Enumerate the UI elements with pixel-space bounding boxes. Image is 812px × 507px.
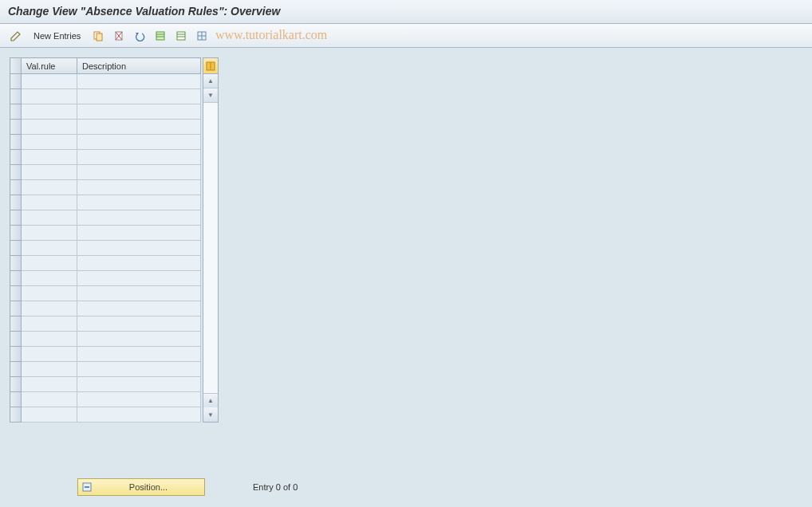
cell-description[interactable] <box>77 377 201 392</box>
cell-description[interactable] <box>77 226 201 241</box>
cell-valrule[interactable] <box>22 210 77 226</box>
scroll-up-icon[interactable]: ▲ <box>203 74 218 88</box>
cell-description[interactable] <box>77 165 201 180</box>
cell-valrule[interactable] <box>22 74 77 89</box>
cell-description[interactable] <box>77 74 201 89</box>
table-row <box>10 256 201 271</box>
cell-description[interactable] <box>77 286 201 301</box>
copy-icon[interactable] <box>90 28 106 44</box>
cell-description[interactable] <box>77 256 201 271</box>
scroll-up-end-icon[interactable]: ▲ <box>203 393 218 407</box>
table-row <box>10 74 201 89</box>
cell-description[interactable] <box>77 89 201 104</box>
cell-valrule[interactable] <box>22 271 77 286</box>
new-entries-button[interactable]: New Entries <box>29 29 85 42</box>
row-selector[interactable] <box>10 104 22 120</box>
cell-description[interactable] <box>77 120 201 135</box>
cell-valrule[interactable] <box>22 150 77 165</box>
select-all-icon[interactable] <box>152 28 168 44</box>
row-selector[interactable] <box>10 120 22 135</box>
cell-valrule[interactable] <box>22 226 77 241</box>
table-row <box>10 135 201 150</box>
cell-valrule[interactable] <box>22 165 77 180</box>
cell-description[interactable] <box>77 180 201 195</box>
row-selector[interactable] <box>10 256 22 271</box>
svg-rect-5 <box>156 32 164 40</box>
toolbar: New Entries www.tutorialkart.com <box>0 24 812 48</box>
cell-valrule[interactable] <box>22 286 77 301</box>
cell-valrule[interactable] <box>22 195 77 210</box>
row-selector[interactable] <box>10 332 22 347</box>
cell-valrule[interactable] <box>22 89 77 104</box>
column-header-description[interactable]: Description <box>77 58 201 74</box>
row-selector[interactable] <box>10 89 22 104</box>
row-selector[interactable] <box>10 286 22 301</box>
cell-valrule[interactable] <box>22 407 77 422</box>
cell-valrule[interactable] <box>22 301 77 316</box>
cell-description[interactable] <box>77 104 201 120</box>
cell-valrule[interactable] <box>22 256 77 271</box>
cell-description[interactable] <box>77 241 201 256</box>
cell-description[interactable] <box>77 210 201 226</box>
cell-valrule[interactable] <box>22 104 77 120</box>
scroll-track[interactable] <box>203 103 218 393</box>
cell-description[interactable] <box>77 195 201 210</box>
delete-icon[interactable] <box>111 28 127 44</box>
content-area: Val.rule Description ▲ ▼ ▲ ▼ <box>0 48 812 475</box>
table-row <box>10 301 201 316</box>
row-selector[interactable] <box>10 392 22 407</box>
row-selector[interactable] <box>10 241 22 256</box>
row-selector[interactable] <box>10 165 22 180</box>
cell-valrule[interactable] <box>22 120 77 135</box>
cell-description[interactable] <box>77 407 201 422</box>
row-selector[interactable] <box>10 180 22 195</box>
table-row <box>10 407 201 422</box>
cell-description[interactable] <box>77 316 201 332</box>
undo-icon[interactable] <box>132 28 148 44</box>
cell-description[interactable] <box>77 362 201 377</box>
cell-valrule[interactable] <box>22 180 77 195</box>
column-header-valrule[interactable]: Val.rule <box>22 58 77 74</box>
cell-valrule[interactable] <box>22 332 77 347</box>
cell-valrule[interactable] <box>22 362 77 377</box>
table-row <box>10 150 201 165</box>
position-button[interactable]: Position... <box>77 478 205 496</box>
row-selector[interactable] <box>10 135 22 150</box>
svg-rect-8 <box>177 32 185 40</box>
row-selector[interactable] <box>10 226 22 241</box>
row-selector[interactable] <box>10 195 22 210</box>
change-icon[interactable] <box>8 28 24 44</box>
cell-valrule[interactable] <box>22 347 77 362</box>
cell-valrule[interactable] <box>22 392 77 407</box>
cell-description[interactable] <box>77 135 201 150</box>
cell-valrule[interactable] <box>22 377 77 392</box>
row-selector[interactable] <box>10 271 22 286</box>
row-selector[interactable] <box>10 150 22 165</box>
row-selector-header[interactable] <box>10 58 22 74</box>
cell-description[interactable] <box>77 271 201 286</box>
cell-description[interactable] <box>77 332 201 347</box>
table-row <box>10 332 201 347</box>
row-selector[interactable] <box>10 210 22 226</box>
configure-columns-icon[interactable] <box>203 58 218 74</box>
row-selector[interactable] <box>10 74 22 89</box>
row-selector[interactable] <box>10 377 22 392</box>
row-selector[interactable] <box>10 316 22 332</box>
row-selector[interactable] <box>10 407 22 422</box>
row-selector[interactable] <box>10 301 22 316</box>
cell-valrule[interactable] <box>22 316 77 332</box>
table-row <box>10 89 201 104</box>
cell-valrule[interactable] <box>22 135 77 150</box>
scroll-down-end-icon[interactable]: ▼ <box>203 407 218 422</box>
cell-description[interactable] <box>77 347 201 362</box>
cell-description[interactable] <box>77 301 201 316</box>
scroll-down-icon[interactable]: ▼ <box>203 88 218 103</box>
deselect-all-icon[interactable] <box>173 28 189 44</box>
cell-description[interactable] <box>77 150 201 165</box>
table-settings-icon[interactable] <box>194 28 210 44</box>
cell-valrule[interactable] <box>22 241 77 256</box>
cell-description[interactable] <box>77 392 201 407</box>
row-selector[interactable] <box>10 347 22 362</box>
row-selector[interactable] <box>10 362 22 377</box>
table-row <box>10 210 201 226</box>
